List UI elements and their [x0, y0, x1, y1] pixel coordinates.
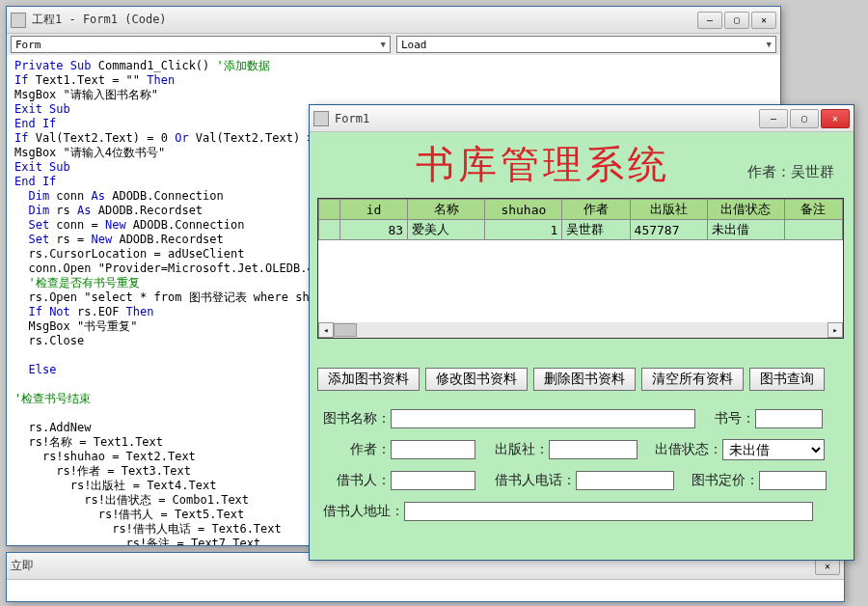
book-name-input[interactable]	[391, 409, 695, 428]
window-icon	[313, 111, 329, 126]
code-toolbar: Form ▼ Load ▼	[7, 34, 780, 55]
grid-header[interactable]: id	[340, 200, 408, 220]
borrower-phone-input[interactable]	[576, 471, 674, 490]
grid-cell[interactable]	[784, 220, 842, 240]
grid-header[interactable]: 出版社	[630, 200, 707, 220]
publisher-label: 出版社：	[495, 441, 549, 458]
add-book-button[interactable]: 添加图书资料	[317, 368, 420, 391]
grid-cell[interactable]: 未出借	[707, 220, 784, 240]
grid-cell[interactable]: 吴世群	[562, 220, 630, 240]
book-name-label: 图书名称：	[323, 410, 391, 427]
borrower-input[interactable]	[391, 471, 475, 490]
grid-cell[interactable]: 1	[485, 220, 562, 240]
publisher-input[interactable]	[549, 440, 637, 459]
edit-book-button[interactable]: 修改图书资料	[425, 368, 528, 391]
grid-header[interactable]	[319, 200, 340, 220]
minimize-button[interactable]: —	[759, 109, 788, 128]
borrower-phone-label: 借书人电话：	[495, 472, 576, 489]
maximize-button[interactable]: ▢	[790, 109, 819, 128]
book-no-input[interactable]	[755, 409, 823, 428]
procedure-dropdown-value: Load	[401, 39, 427, 51]
price-input[interactable]	[759, 471, 827, 490]
query-book-button[interactable]: 图书查询	[749, 368, 825, 391]
minimize-button[interactable]: —	[697, 12, 722, 29]
lend-status-select[interactable]: 未出借	[722, 439, 825, 460]
form-fields: 图书名称： 书号： 作者： 出版社： 出借状态： 未出借 借书人：	[323, 408, 844, 532]
procedure-dropdown[interactable]: Load ▼	[396, 36, 776, 53]
lend-status-label: 出借状态：	[655, 441, 722, 458]
delete-book-button[interactable]: 删除图书资料	[533, 368, 636, 391]
form-body: 书库管理系统 作者：吴世群 id名称shuhao作者出版社出借状态备注 83爱美…	[310, 132, 854, 560]
app-title: 书库管理系统	[416, 138, 670, 191]
grid-header[interactable]: shuhao	[485, 200, 562, 220]
app-author: 作者：吴世群	[747, 163, 834, 181]
code-window-title: 工程1 - Form1 (Code)	[32, 12, 697, 28]
book-no-label: 书号：	[715, 410, 755, 427]
grid-header[interactable]: 作者	[562, 200, 630, 220]
grid-header[interactable]: 名称	[408, 200, 485, 220]
close-button[interactable]: ✕	[821, 109, 850, 128]
borrower-addr-label: 借书人地址：	[323, 503, 404, 520]
grid-cell[interactable]: 457787	[630, 220, 707, 240]
grid-cell[interactable]	[319, 220, 340, 240]
grid-scrollbar[interactable]: ◂ ▸	[318, 322, 843, 338]
grid-cell[interactable]: 83	[340, 220, 408, 240]
close-button[interactable]: ✕	[751, 12, 776, 29]
price-label: 图书定价：	[692, 472, 759, 489]
window-icon	[11, 13, 26, 28]
borrower-addr-input[interactable]	[404, 502, 813, 521]
author-label: 作者：	[350, 441, 391, 458]
button-row: 添加图书资料 修改图书资料 删除图书资料 清空所有资料 图书查询	[317, 368, 825, 391]
chevron-down-icon: ▼	[381, 40, 386, 49]
object-dropdown[interactable]: Form ▼	[11, 36, 391, 53]
form1-window: Form1 — ▢ ✕ 书库管理系统 作者：吴世群 id名称shuhao作者出版…	[309, 104, 854, 561]
immediate-body[interactable]	[7, 580, 844, 601]
clear-all-button[interactable]: 清空所有资料	[641, 368, 744, 391]
grid-header[interactable]: 备注	[784, 200, 842, 220]
grid-data-row[interactable]: 83爱美人1吴世群457787未出借	[319, 220, 843, 240]
grid-header-row: id名称shuhao作者出版社出借状态备注	[319, 200, 843, 220]
object-dropdown-value: Form	[15, 39, 41, 51]
author-input[interactable]	[391, 440, 475, 459]
code-titlebar[interactable]: 工程1 - Form1 (Code) — ▢ ✕	[7, 7, 780, 34]
grid-cell[interactable]: 爱美人	[408, 220, 485, 240]
form1-title: Form1	[335, 112, 759, 125]
borrower-label: 借书人：	[337, 472, 391, 489]
data-grid[interactable]: id名称shuhao作者出版社出借状态备注 83爱美人1吴世群457787未出借…	[317, 198, 844, 339]
form1-titlebar[interactable]: Form1 — ▢ ✕	[310, 105, 854, 132]
chevron-down-icon: ▼	[767, 40, 772, 49]
scroll-right-icon[interactable]: ▸	[827, 322, 843, 338]
grid-header[interactable]: 出借状态	[707, 200, 784, 220]
scroll-left-icon[interactable]: ◂	[318, 322, 334, 338]
scroll-thumb[interactable]	[334, 323, 357, 337]
maximize-button[interactable]: ▢	[724, 12, 749, 29]
